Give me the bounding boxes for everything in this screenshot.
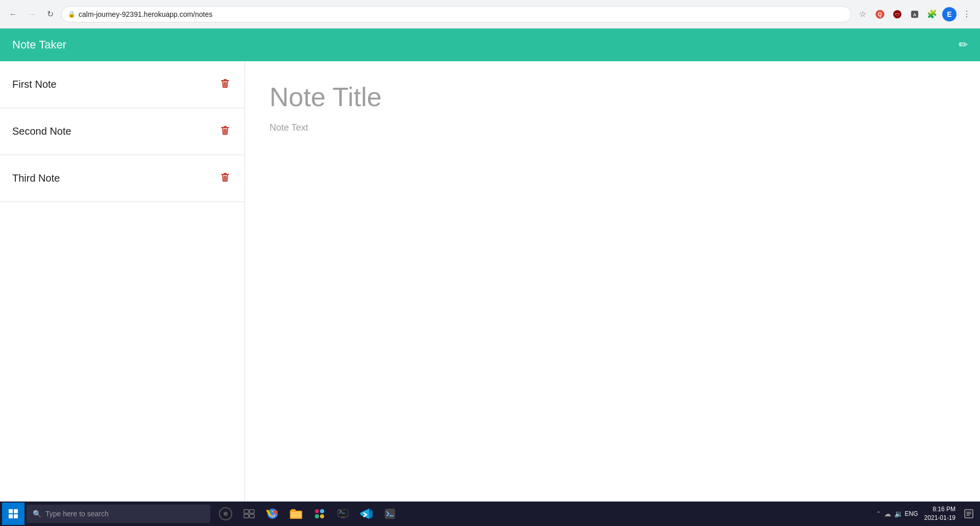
bookmark-button[interactable]: ☆ xyxy=(855,7,870,21)
svg-rect-31 xyxy=(291,512,301,518)
clock-date: 2021-01-19 xyxy=(924,514,955,522)
delete-button-1[interactable] xyxy=(218,76,232,93)
taskbar-app-taskview[interactable] xyxy=(238,503,260,525)
svg-point-23 xyxy=(224,512,228,516)
extensions-button[interactable]: 🧩 xyxy=(925,7,939,21)
svg-rect-26 xyxy=(244,514,249,518)
svg-rect-21 xyxy=(14,514,18,518)
taskbar-app-other[interactable] xyxy=(379,503,401,525)
note-title-3: Third Note xyxy=(12,172,60,184)
url-text: calm-journey-92391.herokuapp.com/notes xyxy=(79,10,212,18)
svg-rect-39 xyxy=(385,509,395,519)
start-button[interactable] xyxy=(2,503,24,525)
taskbar-app-explorer[interactable] xyxy=(285,503,307,525)
svg-rect-20 xyxy=(9,514,13,518)
note-title-field[interactable]: Note Title xyxy=(270,82,955,112)
note-text-field[interactable]: Note Text xyxy=(270,122,955,133)
svg-rect-25 xyxy=(250,510,254,513)
address-bar[interactable]: 🔒 calm-journey-92391.herokuapp.com/notes xyxy=(61,6,851,22)
svg-rect-18 xyxy=(9,509,13,513)
notes-sidebar: First Note Second Note xyxy=(0,61,245,502)
svg-point-32 xyxy=(315,509,319,513)
taskbar-apps xyxy=(214,503,401,525)
profile-avatar[interactable]: E xyxy=(942,7,957,21)
new-note-button[interactable]: ✏ xyxy=(959,38,968,52)
browser-toolbar: ☆ Q 🛡 A 🧩 E ⋮ xyxy=(855,7,974,21)
lock-icon: 🔒 xyxy=(68,11,76,18)
network-icon: ☁ xyxy=(884,510,891,518)
extension-icon-3[interactable]: A xyxy=(908,7,922,21)
svg-rect-27 xyxy=(250,514,254,518)
refresh-button[interactable]: ↻ xyxy=(43,7,57,21)
clock-time: 8:16 PM xyxy=(933,505,955,514)
taskbar-app-circle[interactable] xyxy=(214,503,237,525)
extension-icon-1[interactable]: Q xyxy=(873,7,887,21)
svg-text:A: A xyxy=(913,12,917,17)
taskbar-app-terminal[interactable] xyxy=(332,503,354,525)
lang-text: ENG xyxy=(905,510,918,517)
svg-text:🛡: 🛡 xyxy=(895,12,900,17)
taskbar-right: ⌃ ☁ 🔉 ENG 8:16 PM 2021-01-19 xyxy=(876,502,980,526)
app-header: Note Taker ✏ xyxy=(0,29,980,61)
chevron-up-icon[interactable]: ⌃ xyxy=(876,510,881,517)
lang-indicator: ENG xyxy=(905,510,918,517)
taskbar-search-bar[interactable]: 🔍 Type here to search xyxy=(27,505,210,523)
svg-point-35 xyxy=(320,514,324,518)
note-title-1: First Note xyxy=(12,79,57,90)
note-title-2: Second Note xyxy=(12,126,71,137)
svg-rect-24 xyxy=(244,510,249,513)
notification-button[interactable] xyxy=(962,507,976,521)
delete-button-2[interactable] xyxy=(218,122,232,140)
delete-button-3[interactable] xyxy=(218,169,232,187)
svg-rect-19 xyxy=(14,509,18,513)
forward-button[interactable]: → xyxy=(24,7,39,21)
svg-rect-37 xyxy=(341,517,345,518)
search-placeholder: Type here to search xyxy=(45,510,109,518)
taskbar-app-chrome[interactable] xyxy=(261,503,284,525)
browser-chrome: ← → ↻ 🔒 calm-journey-92391.herokuapp.com… xyxy=(0,0,980,29)
main-content: First Note Second Note xyxy=(0,61,980,502)
svg-point-30 xyxy=(271,512,275,516)
search-icon: 🔍 xyxy=(33,510,41,518)
svg-text:Q: Q xyxy=(878,12,882,17)
back-button[interactable]: ← xyxy=(6,7,20,21)
system-tray-icons: ⌃ ☁ 🔉 xyxy=(876,510,903,518)
taskbar-clock[interactable]: 8:16 PM 2021-01-19 xyxy=(920,505,960,522)
menu-button[interactable]: ⋮ xyxy=(960,7,974,21)
note-editor[interactable]: Note Title Note Text xyxy=(245,61,980,502)
note-item-1[interactable]: First Note xyxy=(0,61,244,108)
note-item-3[interactable]: Third Note xyxy=(0,155,244,202)
extension-icon-2[interactable]: 🛡 xyxy=(890,7,904,21)
taskbar-app-teams[interactable] xyxy=(308,503,331,525)
svg-point-34 xyxy=(315,514,319,518)
taskbar: 🔍 Type here to search xyxy=(0,502,980,526)
note-item-2[interactable]: Second Note xyxy=(0,108,244,155)
svg-point-33 xyxy=(320,509,324,513)
volume-icon[interactable]: 🔉 xyxy=(894,510,903,518)
app-title: Note Taker xyxy=(12,38,66,52)
taskbar-app-vscode[interactable] xyxy=(355,503,378,525)
